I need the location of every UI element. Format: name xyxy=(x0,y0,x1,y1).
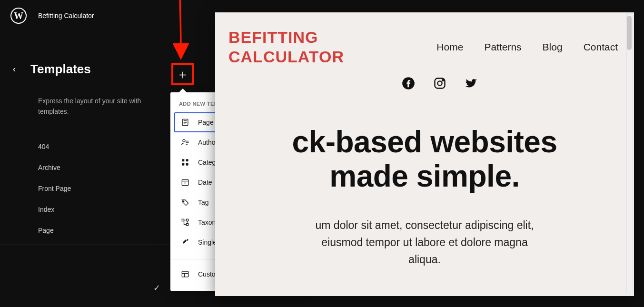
option-label: Page xyxy=(198,119,214,126)
svg-rect-18 xyxy=(187,224,188,226)
svg-rect-17 xyxy=(187,219,188,221)
preview-scrollbar[interactable] xyxy=(626,13,633,293)
panel-description: Express the layout of your site with tem… xyxy=(38,96,162,117)
svg-rect-9 xyxy=(186,159,188,161)
add-template-button[interactable]: ＋ xyxy=(171,63,194,85)
template-item-index[interactable]: Index xyxy=(38,199,171,220)
svg-point-26 xyxy=(442,79,444,81)
custom-template-icon xyxy=(180,269,190,279)
annotation-arrow xyxy=(168,0,196,62)
svg-rect-20 xyxy=(182,271,188,277)
instagram-icon[interactable] xyxy=(433,77,446,92)
nav-home[interactable]: Home xyxy=(436,41,463,53)
option-label: Date xyxy=(198,178,212,186)
back-chevron-icon[interactable]: ‹ xyxy=(10,64,19,74)
option-label: Tag xyxy=(198,198,209,206)
tag-icon xyxy=(180,197,190,208)
svg-rect-8 xyxy=(182,159,184,161)
panel-title: Templates xyxy=(30,62,91,77)
template-item-page[interactable]: Page xyxy=(38,220,171,241)
svg-point-4 xyxy=(183,139,185,142)
site-title-line: BEFITTING xyxy=(228,28,318,46)
nav-contact[interactable]: Contact xyxy=(584,41,618,53)
svg-rect-11 xyxy=(186,163,188,166)
site-name: Befitting Calculator xyxy=(38,12,94,20)
site-title[interactable]: BEFITTING CALCULATOR xyxy=(228,28,344,67)
svg-text:2: 2 xyxy=(184,181,186,185)
templates-panel: ‹ Templates Express the layout of your s… xyxy=(10,62,171,245)
nav-blog[interactable]: Blog xyxy=(543,41,563,53)
template-item-archive[interactable]: Archive xyxy=(38,157,171,178)
svg-point-25 xyxy=(437,81,442,85)
scrollbar-thumb[interactable] xyxy=(627,16,632,50)
plus-icon: ＋ xyxy=(177,68,189,80)
author-icon xyxy=(180,137,190,148)
wordpress-logo[interactable]: W xyxy=(10,8,27,24)
taxonomy-icon xyxy=(180,217,190,228)
divider xyxy=(0,245,176,245)
post-icon xyxy=(180,237,190,248)
site-nav: Home Patterns Blog Contact xyxy=(436,41,618,53)
check-icon: ✓ xyxy=(153,283,160,293)
svg-rect-10 xyxy=(182,163,184,166)
page-icon xyxy=(180,117,190,128)
category-icon xyxy=(180,157,190,168)
template-item-404[interactable]: 404 xyxy=(38,136,171,157)
hero-text: um dolor sit amet, consectetur adipiscin… xyxy=(215,217,634,268)
site-title-line: CALCULATOR xyxy=(228,48,344,66)
twitter-icon[interactable] xyxy=(465,77,478,92)
site-preview: BEFITTING CALCULATOR Home Patterns Blog … xyxy=(215,12,634,296)
hero-title: ck-based websites made simple. xyxy=(215,125,634,193)
svg-point-15 xyxy=(183,201,184,202)
nav-patterns[interactable]: Patterns xyxy=(484,41,521,53)
svg-point-19 xyxy=(187,239,188,240)
facebook-icon[interactable] xyxy=(402,77,415,92)
date-icon: 2 xyxy=(180,177,190,188)
template-item-front-page[interactable]: Front Page xyxy=(38,178,171,199)
